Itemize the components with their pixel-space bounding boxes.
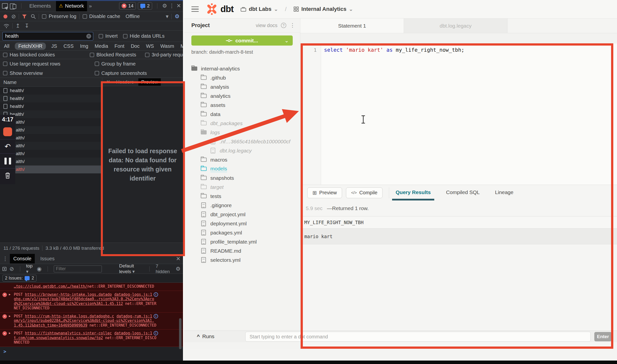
tab-issues[interactable]: Issues <box>37 254 58 264</box>
request-row[interactable]: health/ <box>0 102 102 110</box>
context-select[interactable]: top ▾ <box>26 263 34 274</box>
file-tree-item[interactable]: analytics <box>184 91 300 100</box>
throttling-caret-icon[interactable]: ▾ <box>166 14 168 19</box>
sql-editor[interactable]: 1 select 'mario kart' as my_life_right_n… <box>300 44 617 185</box>
enter-button[interactable]: Enter <box>594 332 612 341</box>
compile-button[interactable]: </> Compile <box>346 187 383 198</box>
search-icon[interactable] <box>31 14 36 19</box>
console-scrollbar[interactable] <box>179 318 181 349</box>
delete-recording-button[interactable] <box>0 168 15 183</box>
file-tree-item[interactable]: README.md <box>184 246 300 255</box>
runs-toggle[interactable]: ^ Runs <box>197 333 214 339</box>
console-filter-input[interactable] <box>54 265 102 272</box>
file-tree-item[interactable]: internal-analytics <box>184 64 300 73</box>
filter-chip[interactable]: Doc <box>130 43 141 50</box>
file-tree-item[interactable]: data <box>184 110 300 119</box>
close-drawer-icon[interactable]: ✕ <box>176 256 181 262</box>
source-link[interactable]: datadog-logs.js:1 <box>114 292 152 297</box>
dbt-logo[interactable]: dbt <box>206 3 234 15</box>
file-tree-item[interactable]: profile_template.yml <box>184 237 300 246</box>
device-toolbar-icon[interactable] <box>10 3 16 9</box>
disclosure-icon[interactable]: ▶ <box>9 292 11 297</box>
filter-chip[interactable]: All <box>3 43 10 50</box>
live-expression-eye-icon[interactable]: ◉ <box>37 266 42 272</box>
request-row[interactable]: health/ <box>0 87 102 95</box>
file-tree-item[interactable]: selectors.yml <box>184 255 300 265</box>
filter-chip[interactable]: JS <box>50 43 58 50</box>
network-filter-input[interactable] <box>2 32 93 40</box>
filter-chip[interactable]: WS <box>145 43 155 50</box>
failed-request-url[interactable]: …tps://cloud.getdbt.com/…/health/ <box>14 284 87 289</box>
info-icon[interactable]: i <box>154 314 158 318</box>
network-option-checkbox[interactable]: Group by frame <box>95 61 180 67</box>
file-tree-item[interactable]: dbt_project.yml <box>184 210 300 219</box>
file-tree-item[interactable]: dbt_packages <box>184 119 300 128</box>
commit-button[interactable]: commit... ⌄ <box>191 35 293 46</box>
tab-elements[interactable]: Elements <box>26 0 54 11</box>
file-tree-item[interactable]: target <box>184 182 300 192</box>
pause-recording-button[interactable] <box>0 154 15 168</box>
network-conditions-icon[interactable] <box>3 23 9 28</box>
file-tree-item[interactable]: analysis <box>184 82 300 91</box>
inspect-element-icon[interactable] <box>2 3 8 9</box>
disclosure-icon[interactable]: ▶ <box>9 314 11 319</box>
file-tree-item[interactable]: deployment.yml <box>184 219 300 228</box>
filter-chip[interactable]: CSS <box>62 43 74 50</box>
file-tree-item[interactable]: tests <box>184 192 300 201</box>
source-link[interactable]: datadog-rum.js:1 <box>117 314 152 319</box>
invert-checkbox[interactable]: Invert <box>99 33 118 39</box>
request-row[interactable]: alth/ <box>0 126 102 134</box>
info-icon[interactable]: i <box>154 292 158 297</box>
file-tree-item[interactable]: macros <box>184 155 300 164</box>
file-tree-item[interactable]: assets <box>184 100 300 110</box>
name-column-header[interactable]: Name <box>0 78 102 87</box>
file-tree-item[interactable]: logs <box>184 128 300 137</box>
console-prompt-icon[interactable]: > <box>0 347 183 354</box>
request-row[interactable]: alth/ <box>0 134 102 142</box>
clear-filter-icon[interactable]: ✕ <box>86 34 91 39</box>
tab-preview[interactable]: Preview <box>138 78 161 86</box>
network-option-checkbox[interactable]: Has blocked cookies <box>3 52 90 58</box>
filter-chip[interactable]: Wasm <box>159 43 175 50</box>
clear-icon[interactable]: ⊘ <box>11 14 16 19</box>
commit-chevron-icon[interactable]: ⌄ <box>284 38 289 44</box>
dbt-command-input[interactable] <box>245 332 591 342</box>
filter-chip[interactable]: Fetch/XHR <box>15 43 46 50</box>
more-tabs-icon[interactable]: » <box>89 3 92 9</box>
file-tree-item[interactable]: .nf…3665c416bfecb1000000cf <box>184 137 300 146</box>
tab-statement-1[interactable]: Statement 1 <box>300 18 404 33</box>
hamburger-menu-icon[interactable] <box>191 6 199 12</box>
hide-data-urls-checkbox[interactable]: Hide data URLs <box>123 33 164 39</box>
import-har-icon[interactable]: ↥ <box>16 23 20 29</box>
tab-network[interactable]: ⚠ Network <box>56 0 87 11</box>
preview-button[interactable]: ⊞ Preview <box>307 187 342 198</box>
disclosure-icon[interactable]: ▶ <box>9 331 11 336</box>
file-tree-item[interactable]: .github <box>184 73 300 82</box>
info-icon[interactable]: i <box>154 331 158 335</box>
throttling-select[interactable]: Offline <box>126 14 140 19</box>
view-docs-link[interactable]: view docs <box>256 23 277 28</box>
filter-chip[interactable]: Img <box>79 43 89 50</box>
project-kebab-icon[interactable]: ⋮ <box>290 22 295 29</box>
restart-recording-button[interactable]: ↶ <box>0 139 15 154</box>
request-row[interactable]: alth/ <box>0 142 102 150</box>
error-count-badge[interactable]: ✕ 14 <box>119 2 136 10</box>
tab-headers[interactable]: Headers <box>113 78 137 86</box>
tab-dbt-log-legacy[interactable]: dbt.log.legacy <box>404 18 508 33</box>
tab-compiled-sql[interactable]: Compiled SQL <box>446 189 480 196</box>
record-icon[interactable] <box>3 15 7 18</box>
tab-query-results[interactable]: Query Results <box>396 189 431 196</box>
clear-console-icon[interactable]: ⊘ <box>9 266 14 272</box>
request-row[interactable]: health/ <box>0 95 102 102</box>
request-row[interactable]: alth/ <box>0 165 102 173</box>
log-levels-select[interactable]: Default levels ▾ <box>119 263 144 274</box>
project-switcher[interactable]: Internal Analytics ⌄ <box>293 6 353 12</box>
network-option-checkbox[interactable]: Use large request rows <box>3 61 95 67</box>
stop-recording-button[interactable] <box>0 124 15 139</box>
disable-cache-checkbox[interactable]: Disable cache <box>83 14 120 19</box>
filter-chip[interactable]: Media <box>94 43 109 50</box>
kebab-menu-icon[interactable]: ⋮ <box>169 3 175 9</box>
tab-lineage[interactable]: Lineage <box>495 189 513 196</box>
file-tree-item[interactable]: packages.yml <box>184 228 300 237</box>
console-sidebar-icon[interactable] <box>2 267 6 271</box>
